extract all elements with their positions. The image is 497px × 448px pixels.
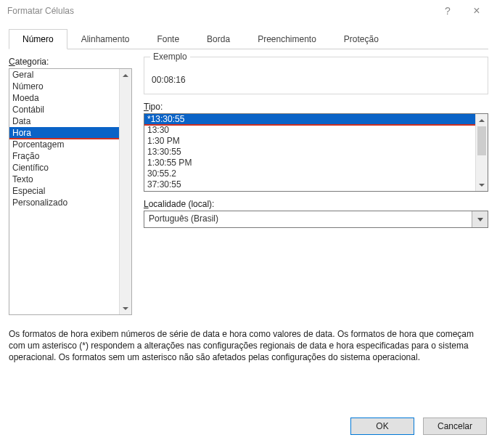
body-area: Categoria: GeralNúmeroMoedaContábilDataH… bbox=[9, 57, 488, 315]
type-item[interactable]: *13:30:55 bbox=[144, 114, 475, 125]
format-cells-dialog: Formatar Células ? × NúmeroAlinhamentoFo… bbox=[0, 0, 497, 448]
type-item[interactable]: 13:30:55 bbox=[144, 147, 475, 158]
dropdown-button[interactable] bbox=[472, 211, 488, 227]
category-item-científico[interactable]: Científico bbox=[9, 162, 119, 174]
scroll-down-button[interactable] bbox=[476, 179, 488, 191]
category-item-personalizado[interactable]: Personalizado bbox=[9, 197, 119, 208]
category-item-especial[interactable]: Especial bbox=[9, 185, 119, 197]
scroll-up-button[interactable] bbox=[120, 69, 131, 81]
category-item-contábil[interactable]: Contábil bbox=[9, 104, 119, 115]
chevron-down-icon bbox=[477, 218, 483, 221]
category-item-número[interactable]: Número bbox=[9, 81, 119, 92]
cancel-button[interactable]: Cancelar bbox=[423, 418, 487, 435]
category-item-fração[interactable]: Fração bbox=[9, 150, 119, 162]
category-item-texto[interactable]: Texto bbox=[9, 174, 119, 185]
window-title: Formatar Células bbox=[7, 6, 433, 16]
tab-proteção[interactable]: Proteção bbox=[330, 29, 393, 49]
tabstrip: NúmeroAlinhamentoFonteBordaPreenchimento… bbox=[9, 29, 488, 49]
category-item-moeda[interactable]: Moeda bbox=[9, 92, 119, 104]
category-label: Categoria: bbox=[9, 57, 132, 67]
type-item[interactable]: 13:30 bbox=[144, 125, 475, 136]
ok-button[interactable]: OK bbox=[350, 418, 414, 435]
type-label: Tipo: bbox=[144, 102, 488, 112]
content-area: NúmeroAlinhamentoFonteBordaPreenchimento… bbox=[0, 22, 497, 413]
titlebar: Formatar Células ? × bbox=[0, 0, 497, 22]
category-item-porcentagem[interactable]: Porcentagem bbox=[9, 139, 119, 150]
category-scrollbar[interactable] bbox=[119, 69, 131, 314]
tab-borda[interactable]: Borda bbox=[193, 29, 244, 49]
scroll-track[interactable] bbox=[476, 126, 488, 179]
button-row: OK Cancelar bbox=[0, 413, 497, 448]
category-item-hora[interactable]: Hora bbox=[9, 127, 119, 139]
scroll-up-button[interactable] bbox=[476, 114, 488, 126]
locale-label: Localidade (local): bbox=[144, 199, 488, 209]
category-item-data[interactable]: Data bbox=[9, 115, 119, 127]
category-item-geral[interactable]: Geral bbox=[9, 69, 119, 81]
type-scrollbar[interactable] bbox=[475, 114, 488, 191]
close-icon[interactable]: × bbox=[462, 4, 491, 17]
type-item[interactable]: 1:30:55 PM bbox=[144, 158, 475, 168]
help-icon[interactable]: ? bbox=[433, 5, 462, 17]
tab-preenchimento[interactable]: Preenchimento bbox=[244, 29, 330, 49]
locale-dropdown[interactable]: Português (Brasil) bbox=[144, 211, 488, 228]
tab-alinhamento[interactable]: Alinhamento bbox=[67, 29, 144, 49]
scroll-down-button[interactable] bbox=[120, 302, 131, 314]
highlight-underline bbox=[9, 138, 119, 139]
type-item[interactable]: 30:55.2 bbox=[144, 168, 475, 179]
category-listbox[interactable]: GeralNúmeroMoedaContábilDataHoraPorcenta… bbox=[9, 68, 132, 315]
type-item[interactable]: 37:30:55 bbox=[144, 179, 475, 190]
left-column: Categoria: GeralNúmeroMoedaContábilDataH… bbox=[9, 57, 132, 315]
right-column: Exemplo 00:08:16 Tipo: *13:30:5513:301:3… bbox=[144, 57, 488, 315]
tab-fonte[interactable]: Fonte bbox=[143, 29, 193, 49]
locale-value: Português (Brasil) bbox=[144, 211, 472, 227]
example-legend: Exemplo bbox=[150, 52, 190, 62]
tab-número[interactable]: Número bbox=[9, 29, 67, 49]
example-value: 00:08:16 bbox=[152, 75, 186, 85]
scroll-track[interactable] bbox=[120, 81, 131, 302]
example-groupbox: Exemplo 00:08:16 bbox=[144, 57, 488, 94]
scroll-thumb[interactable] bbox=[477, 126, 486, 155]
highlight-underline bbox=[144, 124, 475, 126]
type-listbox[interactable]: *13:30:5513:301:30 PM13:30:551:30:55 PM3… bbox=[144, 113, 488, 192]
type-item[interactable]: 1:30 PM bbox=[144, 136, 475, 147]
description-text: Os formatos de hora exibem números de sé… bbox=[9, 328, 488, 364]
